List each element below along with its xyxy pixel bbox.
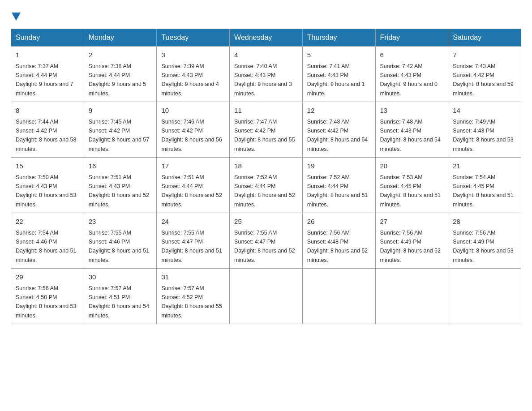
calendar-table: SundayMondayTuesdayWednesdayThursdayFrid… [11,29,521,324]
day-number: 30 [89,272,152,283]
calendar-day-cell: 8Sunrise: 7:44 AMSunset: 4:42 PMDaylight… [11,102,84,158]
calendar-day-cell: 30Sunrise: 7:57 AMSunset: 4:51 PMDayligh… [84,269,157,324]
day-number: 26 [307,217,371,227]
calendar-day-cell: 28Sunrise: 7:56 AMSunset: 4:49 PMDayligh… [448,213,521,269]
calendar-day-cell: 24Sunrise: 7:55 AMSunset: 4:47 PMDayligh… [157,213,230,269]
calendar-day-cell: 15Sunrise: 7:50 AMSunset: 4:43 PMDayligh… [11,158,84,213]
day-number: 8 [16,106,79,116]
day-info: Sunrise: 7:45 AMSunset: 4:42 PMDaylight:… [89,119,150,152]
day-info: Sunrise: 7:47 AMSunset: 4:42 PMDaylight:… [234,119,295,152]
calendar-week-row: 22Sunrise: 7:54 AMSunset: 4:46 PMDayligh… [11,213,521,269]
calendar-day-cell [375,269,448,324]
day-info: Sunrise: 7:41 AMSunset: 4:43 PMDaylight:… [307,63,365,97]
day-number: 25 [234,217,298,227]
day-info: Sunrise: 7:52 AMSunset: 4:44 PMDaylight:… [234,174,295,208]
calendar-day-header: Sunday [11,29,84,47]
day-number: 11 [234,106,298,116]
day-number: 23 [89,217,152,227]
day-number: 31 [161,272,225,283]
calendar-day-cell: 4Sunrise: 7:40 AMSunset: 4:43 PMDaylight… [230,47,303,102]
calendar-day-cell: 25Sunrise: 7:55 AMSunset: 4:47 PMDayligh… [230,213,303,269]
day-number: 24 [161,217,225,227]
day-number: 19 [307,161,371,171]
day-info: Sunrise: 7:56 AMSunset: 4:50 PMDaylight:… [16,285,77,319]
calendar-day-cell: 6Sunrise: 7:42 AMSunset: 4:43 PMDaylight… [375,47,448,102]
calendar-day-cell: 21Sunrise: 7:54 AMSunset: 4:45 PMDayligh… [448,158,521,213]
calendar-week-row: 8Sunrise: 7:44 AMSunset: 4:42 PMDaylight… [11,102,521,158]
calendar-day-cell: 13Sunrise: 7:48 AMSunset: 4:43 PMDayligh… [375,102,448,158]
day-info: Sunrise: 7:54 AMSunset: 4:46 PMDaylight:… [16,230,77,263]
calendar-day-cell: 23Sunrise: 7:55 AMSunset: 4:46 PMDayligh… [84,213,157,269]
day-number: 9 [89,106,152,116]
day-info: Sunrise: 7:55 AMSunset: 4:47 PMDaylight:… [234,230,295,263]
day-info: Sunrise: 7:39 AMSunset: 4:43 PMDaylight:… [161,63,219,97]
day-info: Sunrise: 7:53 AMSunset: 4:45 PMDaylight:… [380,174,441,208]
calendar-day-header: Friday [375,29,448,47]
day-info: Sunrise: 7:56 AMSunset: 4:48 PMDaylight:… [307,230,368,263]
calendar-day-cell [448,269,521,324]
day-number: 6 [380,50,444,60]
calendar-day-cell: 16Sunrise: 7:51 AMSunset: 4:43 PMDayligh… [84,158,157,213]
calendar-day-cell: 12Sunrise: 7:48 AMSunset: 4:42 PMDayligh… [302,102,375,158]
calendar-day-cell: 5Sunrise: 7:41 AMSunset: 4:43 PMDaylight… [302,47,375,102]
calendar-day-cell: 29Sunrise: 7:56 AMSunset: 4:50 PMDayligh… [11,269,84,324]
day-info: Sunrise: 7:43 AMSunset: 4:42 PMDaylight:… [453,63,514,97]
day-info: Sunrise: 7:56 AMSunset: 4:49 PMDaylight:… [380,230,441,263]
day-number: 13 [380,106,444,116]
day-number: 1 [16,50,79,60]
day-number: 15 [16,161,79,171]
day-number: 14 [453,106,516,116]
calendar-day-cell: 18Sunrise: 7:52 AMSunset: 4:44 PMDayligh… [230,158,303,213]
calendar-day-cell: 1Sunrise: 7:37 AMSunset: 4:44 PMDaylight… [11,47,84,102]
day-number: 4 [234,50,298,60]
logo [11,11,21,20]
day-info: Sunrise: 7:48 AMSunset: 4:42 PMDaylight:… [307,119,368,152]
calendar-day-cell: 19Sunrise: 7:52 AMSunset: 4:44 PMDayligh… [302,158,375,213]
day-number: 18 [234,161,298,171]
calendar-day-cell: 27Sunrise: 7:56 AMSunset: 4:49 PMDayligh… [375,213,448,269]
calendar-day-cell: 14Sunrise: 7:49 AMSunset: 4:43 PMDayligh… [448,102,521,158]
day-info: Sunrise: 7:57 AMSunset: 4:52 PMDaylight:… [161,285,222,319]
calendar-day-header: Tuesday [157,29,230,47]
day-info: Sunrise: 7:48 AMSunset: 4:43 PMDaylight:… [380,119,441,152]
day-number: 16 [89,161,152,171]
calendar-day-header: Saturday [448,29,521,47]
day-number: 20 [380,161,444,171]
calendar-day-cell: 3Sunrise: 7:39 AMSunset: 4:43 PMDaylight… [157,47,230,102]
calendar-day-cell: 31Sunrise: 7:57 AMSunset: 4:52 PMDayligh… [157,269,230,324]
calendar-day-cell: 7Sunrise: 7:43 AMSunset: 4:42 PMDaylight… [448,47,521,102]
calendar-week-row: 29Sunrise: 7:56 AMSunset: 4:50 PMDayligh… [11,269,521,324]
day-number: 10 [161,106,225,116]
day-info: Sunrise: 7:49 AMSunset: 4:43 PMDaylight:… [453,119,514,152]
day-info: Sunrise: 7:55 AMSunset: 4:46 PMDaylight:… [89,230,150,263]
day-info: Sunrise: 7:55 AMSunset: 4:47 PMDaylight:… [161,230,222,263]
day-number: 3 [161,50,225,60]
logo-arrow-icon [12,13,21,21]
day-info: Sunrise: 7:38 AMSunset: 4:44 PMDaylight:… [89,63,146,97]
calendar-week-row: 15Sunrise: 7:50 AMSunset: 4:43 PMDayligh… [11,158,521,213]
day-number: 17 [161,161,225,171]
day-number: 5 [307,50,371,60]
calendar-header-row: SundayMondayTuesdayWednesdayThursdayFrid… [11,29,521,47]
day-info: Sunrise: 7:40 AMSunset: 4:43 PMDaylight:… [234,63,292,97]
day-number: 7 [453,50,516,60]
calendar-day-cell: 2Sunrise: 7:38 AMSunset: 4:44 PMDaylight… [84,47,157,102]
page-header [11,11,521,20]
day-info: Sunrise: 7:56 AMSunset: 4:49 PMDaylight:… [453,230,514,263]
day-info: Sunrise: 7:51 AMSunset: 4:43 PMDaylight:… [89,174,150,208]
calendar-day-header: Monday [84,29,157,47]
day-info: Sunrise: 7:46 AMSunset: 4:42 PMDaylight:… [161,119,222,152]
calendar-day-cell [302,269,375,324]
day-number: 12 [307,106,371,116]
calendar-week-row: 1Sunrise: 7:37 AMSunset: 4:44 PMDaylight… [11,47,521,102]
calendar-day-header: Wednesday [230,29,303,47]
calendar-day-cell: 11Sunrise: 7:47 AMSunset: 4:42 PMDayligh… [230,102,303,158]
day-info: Sunrise: 7:51 AMSunset: 4:44 PMDaylight:… [161,174,222,208]
day-info: Sunrise: 7:57 AMSunset: 4:51 PMDaylight:… [89,285,150,319]
day-number: 2 [89,50,152,60]
calendar-day-header: Thursday [302,29,375,47]
day-number: 21 [453,161,516,171]
calendar-day-cell: 17Sunrise: 7:51 AMSunset: 4:44 PMDayligh… [157,158,230,213]
day-info: Sunrise: 7:42 AMSunset: 4:43 PMDaylight:… [380,63,438,97]
calendar-day-cell: 10Sunrise: 7:46 AMSunset: 4:42 PMDayligh… [157,102,230,158]
